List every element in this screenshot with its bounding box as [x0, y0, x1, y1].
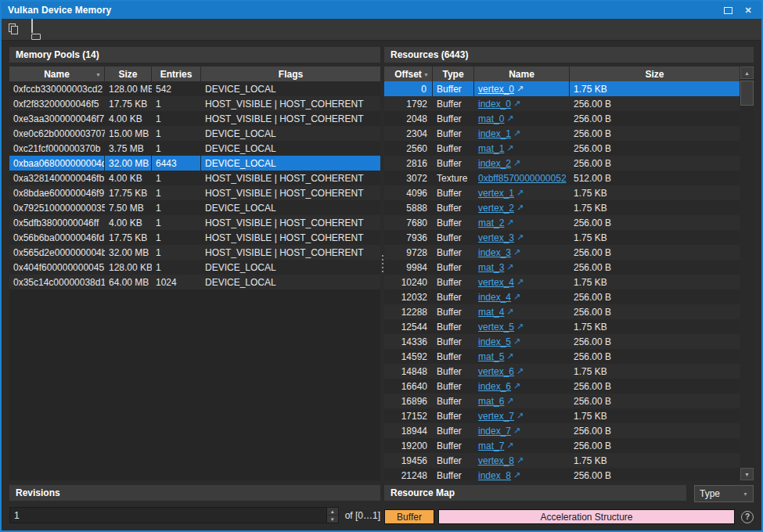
float-window-button[interactable]: [721, 4, 735, 16]
go-to-resource-icon[interactable]: ↗: [516, 455, 524, 466]
memory-pool-row[interactable]: 0xc21fcf000000370b 3.75 MB 1 DEVICE_LOCA…: [9, 141, 380, 156]
column-header-name[interactable]: Name: [474, 66, 570, 81]
resource-link[interactable]: vertex_2: [478, 203, 514, 214]
resource-link[interactable]: index_8: [478, 470, 511, 481]
resource-link[interactable]: vertex_8: [478, 455, 514, 466]
go-to-resource-icon[interactable]: ↗: [506, 307, 513, 317]
column-header-size[interactable]: Size: [105, 66, 152, 81]
resource-link[interactable]: 0xbff8570000000052: [478, 173, 567, 184]
revision-decrement-button[interactable]: ▼: [327, 516, 338, 523]
resource-row[interactable]: 4096 Buffer vertex_1 ↗ 1.75 KB: [384, 185, 740, 200]
resource-link[interactable]: index_2: [478, 158, 511, 169]
title-bar[interactable]: Vulkan Device Memory ✕: [2, 2, 761, 19]
revision-spinner[interactable]: 1 ▲ ▼: [9, 507, 339, 523]
memory-pool-row[interactable]: 0x565d2e000000004b 32.00 MB 1 HOST_VISIB…: [9, 245, 380, 260]
go-to-resource-icon[interactable]: ↗: [516, 188, 524, 198]
column-header-type[interactable]: Type: [433, 66, 474, 81]
resources-scrollbar[interactable]: ▲ ▼: [740, 66, 754, 480]
resource-row[interactable]: 12032 Buffer index_4 ↗ 256.00 B: [384, 289, 740, 304]
close-button[interactable]: ✕: [741, 4, 755, 16]
resource-row[interactable]: 5888 Buffer vertex_2 ↗ 1.75 KB: [384, 200, 740, 215]
resource-link[interactable]: mat_4: [478, 307, 504, 318]
scroll-down-button[interactable]: ▼: [740, 468, 754, 480]
memory-pool-row[interactable]: 0xe3aa3000000046f7 4.00 KB 1 HOST_VISIBL…: [9, 111, 380, 126]
go-to-resource-icon[interactable]: ↗: [506, 440, 513, 451]
go-to-resource-icon[interactable]: ↗: [506, 113, 513, 124]
go-to-resource-icon[interactable]: ↗: [513, 99, 520, 109]
go-to-resource-icon[interactable]: ↗: [513, 336, 520, 347]
resource-link[interactable]: vertex_4: [478, 277, 514, 288]
resource-row[interactable]: 19200 Buffer mat_7 ↗ 256.00 B: [384, 438, 740, 453]
resource-link[interactable]: mat_3: [478, 262, 504, 273]
resource-link[interactable]: mat_6: [478, 396, 504, 407]
resource-row[interactable]: 7936 Buffer vertex_3 ↗ 1.75 KB: [384, 230, 740, 245]
go-to-resource-icon[interactable]: ↗: [513, 426, 520, 436]
resource-row[interactable]: 2304 Buffer index_1 ↗ 256.00 B: [384, 126, 740, 141]
resource-link[interactable]: vertex_3: [478, 232, 514, 243]
resource-link[interactable]: mat_1: [478, 143, 504, 154]
resource-link[interactable]: index_3: [478, 247, 511, 258]
resource-row[interactable]: 9984 Buffer mat_3 ↗ 256.00 B: [384, 260, 740, 275]
go-to-resource-icon[interactable]: ↗: [516, 366, 524, 376]
resource-link[interactable]: mat_7: [478, 440, 504, 451]
memory-pool-row[interactable]: 0xa3281400000046fb 4.00 KB 1 HOST_VISIBL…: [9, 171, 380, 185]
resource-link[interactable]: vertex_7: [478, 411, 514, 422]
memory-pool-row[interactable]: 0x404f600000000045 128.00 KB 1 DEVICE_LO…: [9, 260, 380, 275]
resource-row[interactable]: 2816 Buffer index_2 ↗ 256.00 B: [384, 156, 740, 171]
resource-link[interactable]: index_1: [478, 128, 511, 139]
resource-row[interactable]: 7680 Buffer mat_2 ↗ 256.00 B: [384, 215, 740, 230]
memory-pool-row[interactable]: 0x8bdae600000046f9 17.75 KB 1 HOST_VISIB…: [9, 185, 380, 200]
go-to-resource-icon[interactable]: ↗: [516, 277, 524, 287]
column-header-flags[interactable]: Flags: [201, 66, 380, 81]
revision-increment-button[interactable]: ▲: [327, 508, 338, 516]
map-segment-acceleration-structure[interactable]: Acceleration Structure: [438, 509, 735, 524]
resource-row[interactable]: 21248 Buffer index_8 ↗ 256.00 B: [384, 468, 740, 480]
go-to-resource-icon[interactable]: ↗: [513, 128, 520, 138]
resource-row[interactable]: 9728 Buffer index_3 ↗ 256.00 B: [384, 245, 740, 260]
column-header-entries[interactable]: Entries: [152, 66, 201, 81]
scroll-up-button[interactable]: ▲: [740, 66, 754, 79]
memory-pool-row[interactable]: 0x56b6ba00000046fd 17.75 KB 1 HOST_VISIB…: [9, 230, 380, 245]
resource-link[interactable]: index_7: [478, 426, 511, 437]
go-to-resource-icon[interactable]: ↗: [506, 396, 513, 406]
column-header-size[interactable]: Size: [570, 66, 740, 81]
memory-pool-row[interactable]: 0x35c14c00000038d1 64.00 MB 1024 DEVICE_…: [9, 275, 380, 289]
memory-pool-row[interactable]: 0xe0c62b0000003707 15.00 MB 1 DEVICE_LOC…: [9, 126, 380, 141]
resource-row[interactable]: 12288 Buffer mat_4 ↗ 256.00 B: [384, 304, 740, 319]
resource-row[interactable]: 2560 Buffer mat_1 ↗ 256.00 B: [384, 141, 740, 156]
column-header-name[interactable]: Name ▼: [9, 66, 105, 81]
go-to-resource-icon[interactable]: ↗: [506, 262, 513, 272]
memory-pool-row[interactable]: 0x5dfb3800000046ff 4.00 KB 1 HOST_VISIBL…: [9, 215, 380, 230]
resource-row[interactable]: 19456 Buffer vertex_8 ↗ 1.75 KB: [384, 453, 740, 468]
resource-link[interactable]: index_4: [478, 292, 511, 303]
resource-link[interactable]: index_5: [478, 336, 511, 347]
go-to-resource-icon[interactable]: ↗: [513, 158, 520, 168]
go-to-resource-icon[interactable]: ↗: [516, 232, 524, 243]
resource-row[interactable]: 2048 Buffer mat_0 ↗ 256.00 B: [384, 111, 740, 126]
resource-row[interactable]: 3072 Texture 0xbff8570000000052 ↗ 512.00…: [384, 171, 740, 185]
resource-link[interactable]: index_0: [478, 99, 511, 110]
resource-link[interactable]: vertex_6: [478, 366, 514, 377]
resource-row[interactable]: 10240 Buffer vertex_4 ↗ 1.75 KB: [384, 275, 740, 289]
scrollbar-track[interactable]: [740, 79, 754, 468]
resource-row[interactable]: 12544 Buffer vertex_5 ↗ 1.75 KB: [384, 319, 740, 334]
resource-link[interactable]: mat_5: [478, 351, 504, 362]
resource-link[interactable]: mat_0: [478, 113, 504, 124]
help-button[interactable]: ?: [741, 511, 754, 523]
resource-row[interactable]: 14592 Buffer mat_5 ↗ 256.00 B: [384, 349, 740, 364]
go-to-resource-icon[interactable]: ↗: [516, 84, 524, 94]
resource-row[interactable]: 14336 Buffer index_5 ↗ 256.00 B: [384, 334, 740, 349]
go-to-resource-icon[interactable]: ↗: [506, 351, 513, 361]
copy-button[interactable]: [7, 23, 21, 37]
lock-button[interactable]: [29, 23, 43, 37]
resource-link[interactable]: index_6: [478, 381, 511, 392]
resource-row[interactable]: 16640 Buffer index_6 ↗ 256.00 B: [384, 379, 740, 394]
go-to-resource-icon[interactable]: ↗: [513, 247, 520, 257]
resource-map-filter-dropdown[interactable]: Type ▼: [694, 485, 754, 502]
resource-link[interactable]: mat_2: [478, 217, 504, 228]
go-to-resource-icon[interactable]: ↗: [516, 411, 524, 421]
resource-link[interactable]: vertex_5: [478, 322, 514, 332]
go-to-resource-icon[interactable]: ↗: [513, 381, 520, 391]
go-to-resource-icon[interactable]: ↗: [513, 292, 520, 302]
map-segment-buffer[interactable]: Buffer: [384, 509, 434, 524]
